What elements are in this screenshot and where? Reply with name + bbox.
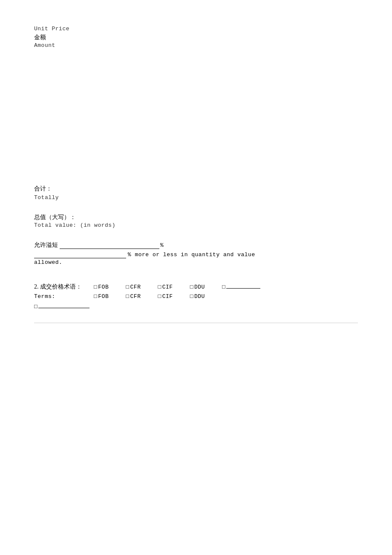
checkbox-cif-2[interactable]: □CIF [158, 293, 173, 300]
terms-checkboxes-row2: □FOB □CFR □CIF □DDU [94, 293, 205, 300]
amount-english: Amount [34, 42, 358, 49]
cif-label-2: CIF [162, 293, 173, 300]
total-value-english-row: Total value: (in words) [34, 222, 358, 228]
fob-label-2: FOB [98, 293, 109, 300]
he-ji-chinese: 合计： [34, 185, 52, 193]
checkbox-fob-1[interactable]: □FOB [94, 284, 109, 290]
zong-zhi-row: 总值（大写）： [34, 214, 358, 221]
shortage-percentage-field[interactable] [60, 242, 159, 249]
terms-row-extra: □ [34, 302, 358, 310]
cif-label-1: CIF [162, 284, 173, 290]
terms-section: 2. 成交价格术语： □FOB □CFR □CIF □DDU □ Terms: [34, 283, 358, 310]
terms-row-english: Terms: □FOB □CFR □CIF □DDU [34, 293, 358, 300]
cfr-label-1: CFR [130, 284, 141, 290]
table-content-area [34, 49, 358, 185]
extra-blank-field-1[interactable] [226, 283, 260, 289]
terms-checkboxes-row1: □FOB □CFR □CIF □DDU □ [94, 283, 260, 290]
fob-label-1: FOB [98, 284, 109, 290]
checkbox-cfr-1[interactable]: □CFR [126, 284, 141, 290]
checkbox-cif-1[interactable]: □CIF [158, 284, 173, 290]
totally-english: Totally [34, 194, 59, 201]
checkbox-ddu-1[interactable]: □DDU [190, 284, 205, 290]
zong-zhi-chinese: 总值（大写）： [34, 214, 76, 221]
spacer1 [34, 202, 358, 211]
total-value-english: Total value: (in words) [34, 222, 115, 228]
terms-section-number: 2. [34, 283, 39, 290]
extra-blank-field-2[interactable] [38, 302, 89, 308]
allowed-text: allowed. [34, 259, 358, 266]
terms-label-english: Terms: [34, 293, 94, 300]
checkbox-symbol-cif1: □ [158, 284, 161, 290]
checkbox-symbol-fob2: □ [94, 293, 97, 300]
shortage-amount-field[interactable] [34, 251, 126, 258]
checkbox-cfr-2[interactable]: □CFR [126, 293, 141, 300]
total-value-section: 总值（大写）： Total value: (in words) [34, 214, 358, 228]
shortage-line1: 允许溢短 % [34, 241, 358, 249]
terms-label-chinese: 成交价格术语： [40, 283, 82, 290]
checkbox-symbol-fob1: □ [94, 284, 97, 290]
jin-e-chinese: 金额 [34, 34, 358, 41]
checkbox-extra-2[interactable]: □ [34, 302, 89, 310]
ddu-label-1: DDU [194, 284, 205, 290]
bottom-divider [34, 323, 358, 323]
shortage-section: 允许溢短 % % more or less in quantity and va… [34, 241, 358, 266]
checkbox-symbol-cfr2: □ [126, 293, 129, 300]
checkbox-ddu-2[interactable]: □DDU [190, 293, 205, 300]
shortage-line2-text: % more or less in quantity and value [128, 251, 255, 258]
terms-row-chinese: 2. 成交价格术语： □FOB □CFR □CIF □DDU □ [34, 283, 358, 291]
checkbox-symbol-extra1: □ [222, 284, 225, 290]
shortage-line2: % more or less in quantity and value [34, 251, 358, 258]
he-ji-row: 合计： [34, 185, 358, 193]
checkbox-symbol-ddu1: □ [190, 284, 193, 290]
ddu-label-2: DDU [194, 293, 205, 300]
totals-section: 合计： Totally 总值（大写）： Total value: (in wor… [34, 185, 358, 228]
totally-row: Totally [34, 194, 358, 201]
checkbox-symbol-ddu2: □ [190, 293, 193, 300]
checkbox-fob-2[interactable]: □FOB [94, 293, 109, 300]
cfr-label-2: CFR [130, 293, 141, 300]
checkbox-symbol-cfr1: □ [126, 284, 129, 290]
checkbox-extra-1[interactable]: □ [222, 283, 260, 290]
terms-number-chinese: 2. 成交价格术语： [34, 283, 94, 291]
shortage-chinese-label: 允许溢短 [34, 241, 58, 249]
unit-price-label: Unit Price [34, 26, 358, 32]
header-section: Unit Price 金额 Amount [34, 26, 358, 49]
checkbox-symbol-extra2: □ [34, 304, 37, 310]
percent-symbol: % [160, 242, 164, 249]
checkbox-symbol-cif2: □ [158, 293, 161, 300]
